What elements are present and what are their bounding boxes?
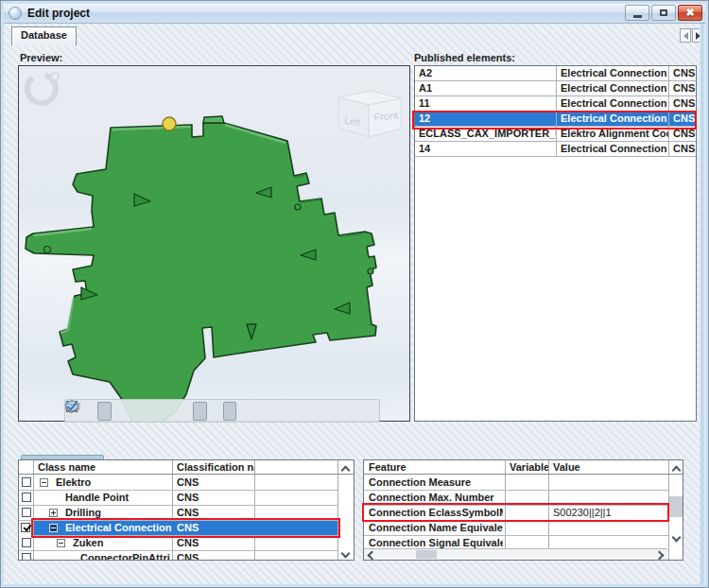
- viewport-toolbar: [64, 399, 380, 423]
- vertical-scrollbar-thumb[interactable]: [669, 496, 683, 517]
- tab-scroll-left-button[interactable]: [680, 28, 691, 43]
- window-border: [700, 24, 705, 584]
- mesh-view-icon[interactable]: [179, 402, 193, 421]
- horizontal-scrollbar-thumb[interactable]: [416, 550, 437, 559]
- row-checkbox[interactable]: [22, 508, 31, 517]
- row-checkbox[interactable]: [22, 477, 31, 487]
- value-header[interactable]: Value: [548, 460, 668, 475]
- variable-header[interactable]: Variable: [505, 460, 548, 475]
- zoom-orbit-icon[interactable]: [134, 402, 148, 421]
- measure-icon[interactable]: [164, 402, 178, 421]
- iso-view-1-icon[interactable]: [245, 402, 259, 421]
- arrow-left-icon: [683, 32, 688, 40]
- published-row[interactable]: 14 Electrical Connection CNS: [415, 142, 696, 157]
- published-elements-label: Published elements:: [414, 52, 515, 63]
- published-elements-table: A2 Electrical Connection CNS A1 Electric…: [414, 65, 697, 422]
- class-row-connectorpinattribute[interactable]: ConnectorPinAttribute CNS: [19, 551, 337, 561]
- confirm-icon[interactable]: [363, 402, 377, 421]
- classification-name-header[interactable]: Classification name: [172, 460, 254, 475]
- class-table: Class name Classification name Elektro C…: [18, 459, 354, 561]
- class-name-header[interactable]: Class name: [33, 460, 172, 475]
- scroll-left-icon[interactable]: [367, 552, 373, 559]
- minimize-icon: [633, 15, 642, 18]
- feature-row[interactable]: Connection Name Equivalences: [364, 521, 668, 536]
- feature-row[interactable]: Connection Max. Number: [364, 491, 668, 506]
- feature-row-eclasssymbolmap[interactable]: Connection EclassSymbolMap S00230||2||1: [364, 506, 668, 521]
- collapse-icon[interactable]: [49, 524, 58, 532]
- scroll-up-icon[interactable]: [673, 465, 680, 472]
- iso-view-5-icon[interactable]: [303, 402, 318, 421]
- iso-view-3-icon[interactable]: [274, 402, 288, 421]
- published-row-selected[interactable]: 12 Electrical Connection CNS: [415, 112, 696, 127]
- svg-text:Left: Left: [344, 115, 361, 128]
- clip-plane-icon[interactable]: [208, 402, 222, 421]
- zoom-in-icon[interactable]: [120, 402, 134, 421]
- title-bar[interactable]: Edit project ✖: [4, 4, 705, 24]
- view-cube: Left Front: [338, 91, 402, 137]
- edit-project-window: Edit project ✖ Database Preview:: [0, 0, 709, 588]
- zoom-window-icon[interactable]: [149, 402, 164, 421]
- row-checkbox[interactable]: [22, 553, 31, 561]
- scroll-right-icon[interactable]: [656, 552, 663, 559]
- part-body: [26, 116, 376, 423]
- rotate-compass-icon: [27, 73, 59, 103]
- collapse-icon[interactable]: [57, 539, 65, 547]
- iso-view-7-icon[interactable]: [333, 402, 347, 421]
- dialog-client-area: Database Preview: Left Front: [4, 24, 705, 584]
- published-row[interactable]: A1 Electrical Connection CNS: [415, 81, 696, 96]
- class-row-handle-point[interactable]: Handle Point CNS: [19, 491, 337, 506]
- scroll-down-icon[interactable]: [673, 534, 680, 541]
- handle-point-marker: [163, 117, 176, 130]
- published-row[interactable]: 11 Electrical Connection CNS: [415, 96, 696, 112]
- published-row[interactable]: A2 Electrical Connection CNS: [415, 66, 696, 81]
- iso-view-4-icon[interactable]: [289, 402, 303, 421]
- collapse-icon[interactable]: [40, 478, 48, 487]
- preview-label: Preview:: [20, 52, 62, 63]
- horizontal-scrollbar[interactable]: [364, 548, 667, 560]
- window-title: Edit project: [27, 7, 90, 20]
- cylinder-view-icon[interactable]: [83, 402, 97, 421]
- row-checkbox[interactable]: [22, 538, 31, 547]
- feature-header[interactable]: Feature: [364, 460, 505, 475]
- class-row-electrical-connection[interactable]: Electrical Connection CNS: [34, 521, 337, 536]
- part-3d-view: Left Front: [19, 66, 411, 423]
- published-row[interactable]: ECLASS_CAX_IMPORTER_001_CP_0 Elektro Ali…: [415, 127, 696, 142]
- iso-view-6-icon[interactable]: [319, 402, 333, 421]
- shaded-view-icon[interactable]: [193, 402, 207, 421]
- row-checkbox-checked[interactable]: [21, 523, 30, 532]
- app-icon: [9, 7, 22, 20]
- close-icon: ✖: [685, 7, 694, 19]
- close-button[interactable]: ✖: [678, 5, 702, 21]
- feature-row[interactable]: Connection Measure: [364, 476, 668, 491]
- scroll-down-icon[interactable]: [342, 550, 349, 557]
- minimize-button[interactable]: [625, 5, 649, 21]
- maximize-icon: [660, 9, 667, 16]
- iso-view-2-icon[interactable]: [260, 402, 274, 421]
- tab-database[interactable]: Database: [11, 26, 77, 45]
- class-row-drilling[interactable]: Drilling CNS: [19, 506, 337, 521]
- class-row-zuken[interactable]: Zuken CNS: [19, 536, 337, 551]
- feature-table: Feature Variable Value Connection Measur…: [363, 459, 683, 561]
- cylinder-solid-icon[interactable]: [97, 402, 112, 421]
- expand-icon[interactable]: [49, 509, 58, 517]
- class-row-elektro[interactable]: Elektro CNS: [19, 476, 337, 491]
- row-checkbox[interactable]: [22, 493, 31, 502]
- maximize-button[interactable]: [651, 5, 676, 21]
- iso-view-8-icon[interactable]: [348, 402, 362, 421]
- scroll-up-icon[interactable]: [342, 465, 349, 472]
- preview-viewport[interactable]: Left Front: [18, 65, 410, 422]
- cube-view-icon[interactable]: [223, 402, 237, 421]
